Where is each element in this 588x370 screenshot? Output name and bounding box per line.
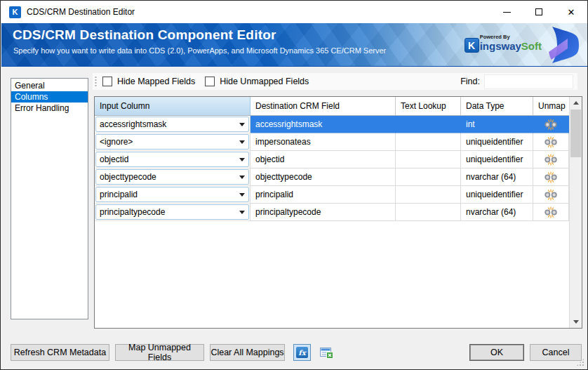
unmap-cell[interactable]: [533, 204, 569, 221]
column-header-destination-crm-field[interactable]: Destination CRM Field: [250, 97, 396, 115]
table-row: principalid principalid uniqueidentifier: [95, 186, 569, 204]
minimize-button[interactable]: [490, 1, 523, 23]
refresh-crm-metadata-button[interactable]: Refresh CRM Metadata: [11, 344, 109, 361]
input-column-combobox[interactable]: accessrightsmask: [95, 117, 249, 132]
text-lookup-cell[interactable]: [396, 133, 461, 151]
minimize-icon: [503, 12, 511, 13]
table-row: <ignore> impersonateas uniqueidentifier: [95, 133, 569, 151]
unmap-cell[interactable]: [533, 116, 569, 133]
header-banner: CDS/CRM Destination Component Editor Spe…: [1, 23, 588, 67]
page-subtitle: Specify how you want to write data into …: [13, 46, 386, 55]
scrollbar-up-button[interactable]: [570, 97, 582, 109]
close-button[interactable]: ✕: [555, 1, 587, 23]
ok-button[interactable]: OK: [469, 344, 524, 361]
export-mappings-button[interactable]: [317, 345, 335, 360]
text-lookup-cell[interactable]: [396, 116, 461, 133]
hide-mapped-checkbox[interactable]: [102, 77, 112, 86]
settings-nav-list: GeneralColumnsError Handling: [11, 78, 88, 319]
destination-field-cell[interactable]: impersonateas: [250, 133, 396, 151]
unmap-link-icon[interactable]: [543, 119, 559, 131]
destination-field-cell[interactable]: accessrightsmask: [250, 116, 396, 133]
column-header-data-type[interactable]: Data Type: [461, 97, 533, 115]
input-column-cell: objectid: [95, 151, 250, 169]
maximize-button[interactable]: [523, 1, 555, 23]
unmap-link-icon[interactable]: [543, 154, 559, 166]
data-type-cell: nvarchar (64): [461, 169, 533, 186]
find-input[interactable]: [484, 74, 573, 89]
text-lookup-cell[interactable]: [396, 186, 461, 204]
table-row: principaltypecode principaltypecode nvar…: [95, 204, 569, 221]
combobox-value: accessrightsmask: [100, 119, 236, 129]
unmap-cell[interactable]: [533, 169, 569, 186]
hide-mapped-label: Hide Mapped Fields: [117, 77, 195, 86]
column-header-input-column[interactable]: Input Column: [95, 97, 250, 115]
clear-all-mappings-button[interactable]: Clear All Mappings: [210, 344, 285, 361]
scrollbar-thumb[interactable]: [570, 110, 581, 157]
fx-icon: fx: [296, 347, 308, 358]
input-column-combobox[interactable]: objectid: [95, 152, 249, 167]
scrollbar-down-icon: [573, 320, 579, 324]
maximize-icon: [535, 8, 542, 15]
text-lookup-cell[interactable]: [396, 151, 461, 169]
cancel-button[interactable]: Cancel: [530, 344, 582, 361]
unmap-link-icon[interactable]: [543, 206, 559, 218]
input-column-combobox[interactable]: principalid: [95, 187, 249, 202]
input-column-combobox[interactable]: <ignore>: [95, 134, 249, 150]
combobox-value: principaltypecode: [100, 207, 236, 217]
toolbar-grip-icon[interactable]: [95, 76, 97, 87]
kingswaysoft-name: ingswaySoft: [480, 41, 542, 51]
dynamics365-icon: [546, 25, 580, 65]
kingswaysoft-logo: K Powered By ingswaySoft: [465, 33, 542, 53]
column-header-text-lookup[interactable]: Text Lookup: [396, 97, 461, 115]
mapping-grid: Input Column Destination CRM Field Text …: [94, 96, 582, 329]
unmap-cell[interactable]: [533, 151, 569, 169]
input-column-cell: objecttypecode: [95, 169, 250, 186]
data-type-cell: nvarchar (64): [461, 204, 533, 221]
page-title: CDS/CRM Destination Component Editor: [13, 27, 276, 43]
sidebar-item-columns[interactable]: Columns: [11, 91, 88, 103]
chevron-down-icon[interactable]: [239, 211, 245, 214]
combobox-value: objectid: [100, 154, 236, 164]
unmap-link-icon[interactable]: [543, 171, 559, 183]
scrollbar-down-button[interactable]: [570, 316, 582, 328]
destination-field-cell[interactable]: principaltypecode: [250, 204, 396, 221]
chevron-down-icon[interactable]: [239, 193, 245, 197]
filter-toolbar: Hide Mapped Fields Hide Unmapped Fields …: [93, 73, 577, 90]
chevron-down-icon[interactable]: [239, 123, 245, 126]
title-bar: K CDS/CRM Destination Editor ✕: [1, 1, 587, 23]
expression-editor-button[interactable]: fx: [293, 344, 311, 361]
sidebar-item-error-handling[interactable]: Error Handling: [11, 103, 88, 114]
grid-header-row: Input Column Destination CRM Field Text …: [95, 97, 569, 116]
find-label: Find:: [460, 77, 480, 86]
data-type-cell: uniqueidentifier: [461, 186, 533, 204]
dialog-window: K CDS/CRM Destination Editor ✕ CDS/CRM D…: [0, 0, 588, 370]
mapping-list-icon: [320, 347, 333, 359]
chevron-down-icon[interactable]: [239, 176, 245, 179]
input-column-cell: <ignore>: [95, 133, 250, 151]
input-column-combobox[interactable]: objecttypecode: [95, 169, 249, 185]
destination-field-cell[interactable]: objectid: [250, 151, 396, 169]
destination-field-cell[interactable]: principalid: [250, 186, 396, 204]
table-row: objectid objectid uniqueidentifier: [95, 151, 569, 169]
data-type-cell: int: [461, 116, 533, 133]
hide-unmapped-checkbox[interactable]: [205, 77, 215, 86]
sidebar-item-general[interactable]: General: [11, 80, 88, 91]
input-column-combobox[interactable]: principaltypecode: [95, 204, 249, 220]
chevron-down-icon[interactable]: [239, 140, 245, 144]
unmap-cell[interactable]: [533, 133, 569, 151]
scrollbar-up-icon: [573, 101, 579, 105]
unmap-link-icon[interactable]: [543, 189, 559, 201]
text-lookup-cell[interactable]: [396, 169, 461, 186]
column-header-unmap[interactable]: Unmap: [533, 97, 569, 115]
powered-by-label: Powered By: [480, 34, 542, 40]
hide-unmapped-label: Hide Unmapped Fields: [220, 77, 309, 86]
destination-field-cell[interactable]: objecttypecode: [250, 169, 396, 186]
vertical-scrollbar[interactable]: [569, 97, 582, 328]
unmap-cell[interactable]: [533, 186, 569, 204]
map-unmapped-fields-button[interactable]: Map Unmapped Fields: [115, 344, 204, 361]
unmap-link-icon[interactable]: [543, 136, 559, 148]
text-lookup-cell[interactable]: [396, 204, 461, 221]
chevron-down-icon[interactable]: [239, 158, 245, 161]
close-icon: ✕: [568, 8, 575, 17]
table-row: objecttypecode objecttypecode nvarchar (…: [95, 169, 569, 186]
